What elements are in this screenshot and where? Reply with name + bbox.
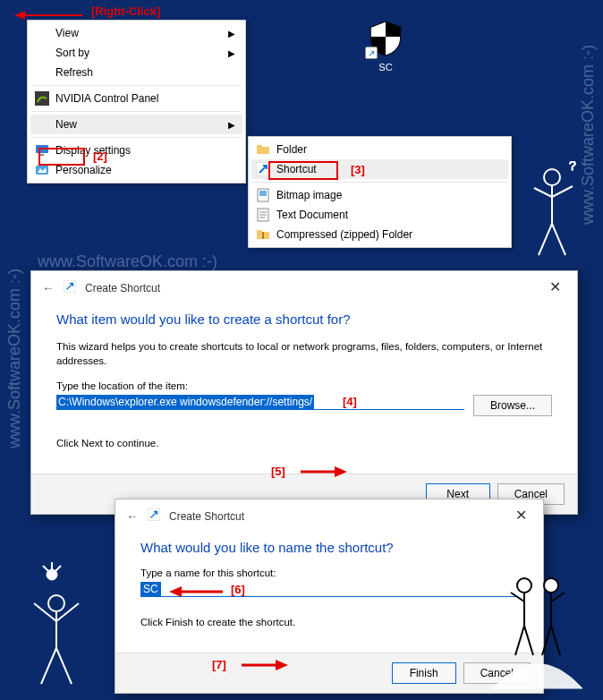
svg-line-47 — [511, 593, 524, 602]
annotation-7: [7] — [212, 658, 226, 671]
label-name: Type a name for this shortcut: — [140, 568, 518, 578]
dialog-title: Create Shortcut — [85, 282, 160, 295]
chevron-right-icon: ▶ — [228, 120, 235, 130]
annotation-5: [5] — [271, 465, 285, 478]
separator — [31, 111, 242, 112]
dialog-heading: What would you like to name the shortcut… — [140, 540, 518, 555]
label-location: Type the location of the item: — [56, 380, 552, 391]
svg-rect-8 — [259, 191, 267, 196]
watermark: www.SoftwareOK.com :-) — [38, 252, 217, 271]
menu-new[interactable]: New▶ — [30, 115, 242, 134]
svg-text:?: ? — [569, 161, 576, 173]
menu-new-bitmap[interactable]: Bitmap image — [251, 185, 508, 205]
menu-new-folder[interactable]: Folder — [251, 140, 508, 159]
arrow-icon — [299, 463, 349, 481]
svg-line-37 — [55, 566, 61, 571]
svg-line-45 — [542, 626, 551, 655]
decorative-figure — [16, 559, 97, 693]
svg-point-40 — [544, 578, 558, 593]
svg-line-25 — [552, 186, 573, 197]
arrow-icon — [166, 584, 225, 600]
annotation-rightclick: [Right-Click] — [91, 4, 160, 18]
browse-button[interactable]: Browse... — [473, 395, 552, 416]
close-button[interactable]: ✕ — [542, 277, 568, 297]
svg-line-48 — [551, 593, 565, 602]
menu-new-text[interactable]: Text Document — [251, 205, 508, 225]
decorative-figure — [488, 550, 587, 693]
arrow-icon — [240, 656, 290, 674]
svg-line-43 — [515, 626, 524, 655]
menu-sort-by[interactable]: Sort by▶ — [30, 43, 242, 63]
highlight-box-2 — [38, 148, 85, 166]
zip-icon — [255, 227, 271, 242]
svg-marker-21 — [276, 660, 288, 670]
menu-refresh[interactable]: Refresh — [30, 63, 242, 82]
menu-view[interactable]: View▶ — [30, 23, 242, 43]
shortcut-small-icon — [64, 280, 76, 295]
desktop-shortcut-sc[interactable]: ↗ SC — [360, 20, 412, 73]
annotation-3: [3] — [351, 163, 365, 176]
desktop-icon-label: SC — [378, 62, 392, 73]
svg-marker-19 — [169, 586, 182, 597]
watermark: www.SoftwareOK.com :-) — [5, 269, 24, 448]
svg-line-26 — [539, 224, 552, 255]
shortcut-arrow-icon: ↗ — [365, 47, 378, 59]
context-menu-new: Folder Shortcut Bitmap image Text Docume… — [248, 136, 512, 248]
separator — [31, 137, 242, 138]
text-doc-icon — [255, 208, 271, 222]
svg-line-36 — [43, 566, 48, 571]
svg-line-24 — [534, 188, 552, 197]
highlight-box-3 — [268, 161, 338, 180]
back-arrow-icon[interactable]: ← — [126, 509, 139, 524]
svg-line-27 — [552, 224, 565, 255]
svg-line-31 — [34, 603, 56, 621]
svg-line-32 — [56, 603, 79, 621]
chevron-right-icon: ▶ — [228, 48, 235, 58]
back-arrow-icon[interactable]: ← — [42, 281, 55, 295]
chevron-right-icon: ▶ — [228, 29, 235, 38]
svg-point-22 — [544, 169, 560, 185]
svg-line-33 — [41, 648, 56, 684]
folder-icon — [255, 142, 271, 157]
separator — [31, 85, 242, 86]
svg-line-44 — [524, 626, 533, 655]
annotation-2: [2] — [93, 149, 107, 163]
continue-hint: Click Next to continue. — [56, 436, 552, 450]
svg-rect-2 — [35, 91, 49, 106]
dialog-heading: What item would you like to create a sho… — [56, 312, 552, 327]
svg-marker-1 — [14, 11, 25, 20]
annotation-6: [6] — [231, 583, 245, 596]
annotation-4: [4] — [343, 395, 357, 408]
shield-icon: ↗ — [367, 20, 404, 57]
svg-rect-13 — [262, 232, 264, 239]
nvidia-icon — [34, 91, 50, 106]
menu-new-zip[interactable]: Compressed (zipped) Folder — [251, 225, 508, 244]
svg-line-34 — [56, 648, 72, 684]
separator — [252, 182, 507, 183]
decorative-figure: ? — [521, 161, 583, 269]
finish-hint: Click Finish to create the shortcut. — [140, 615, 518, 629]
name-input[interactable]: SC — [140, 582, 161, 596]
svg-point-39 — [517, 578, 531, 593]
menu-nvidia[interactable]: NVIDIA Control Panel — [30, 89, 242, 108]
shortcut-small-icon — [148, 508, 160, 524]
svg-line-46 — [551, 626, 560, 655]
close-button[interactable]: ✕ — [508, 505, 534, 525]
svg-marker-16 — [335, 466, 347, 477]
dialog-title: Create Shortcut — [169, 510, 244, 523]
bitmap-icon — [255, 188, 271, 202]
location-input[interactable]: C:\Windows\explorer.exe windowsdefender:… — [56, 395, 314, 409]
dialog-desc: This wizard helps you to create shortcut… — [56, 339, 552, 368]
svg-point-29 — [48, 595, 64, 611]
finish-button[interactable]: Finish — [392, 662, 456, 684]
